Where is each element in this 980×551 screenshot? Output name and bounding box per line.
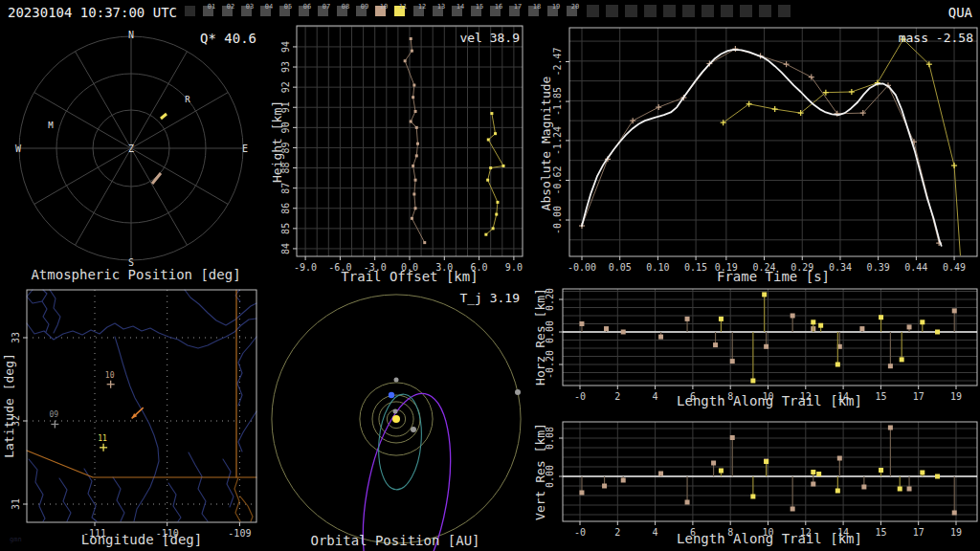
timestamp: 20230104 10:37:00 UTC: [8, 5, 177, 20]
station-box-blank[interactable]: [682, 5, 695, 17]
meteor-dashboard: 0102030405060708091011121314151617181920…: [0, 0, 980, 551]
station-box-blank[interactable]: [759, 5, 771, 17]
station-box-blank[interactable]: [587, 5, 599, 17]
shower-code: QUA: [948, 5, 972, 20]
svg-text:W: W: [15, 143, 22, 154]
svg-text:17: 17: [913, 527, 924, 538]
svg-text:89: 89: [280, 142, 291, 153]
plots-canvas: 0102030405060708091011121314151617181920…: [0, 0, 980, 551]
svg-text:90: 90: [280, 121, 291, 133]
svg-text:-0.20: -0.20: [545, 350, 555, 379]
svg-text:91: 91: [280, 101, 291, 113]
horz-res-plot: -024681012141517190.200.00-0.20: [545, 288, 977, 402]
svg-text:93: 93: [280, 61, 291, 73]
svg-text:0.15: 0.15: [684, 262, 707, 273]
svg-text:85: 85: [280, 223, 291, 234]
svg-text:-2.47: -2.47: [552, 47, 563, 76]
svg-text:-6.0: -6.0: [328, 262, 351, 273]
svg-text:-0: -0: [574, 391, 586, 402]
svg-text:0.00: 0.00: [545, 465, 555, 488]
station-box-blank[interactable]: [702, 5, 714, 17]
svg-text:9.0: 9.0: [505, 262, 523, 273]
svg-text:0.49: 0.49: [943, 262, 966, 273]
svg-text:-0.00: -0.00: [568, 262, 596, 273]
svg-text:0.34: 0.34: [829, 262, 852, 273]
svg-text:0.19: 0.19: [715, 262, 738, 273]
svg-text:19: 19: [950, 391, 962, 402]
meteor-orbit-ellipse: [349, 386, 465, 551]
svg-text:6: 6: [690, 391, 696, 402]
svg-text:-1.85: -1.85: [552, 87, 563, 116]
svg-text:15: 15: [875, 391, 886, 402]
svg-text:87: 87: [280, 183, 291, 194]
venus-dot: [411, 427, 416, 432]
station-box-blank[interactable]: [185, 6, 195, 16]
svg-text:N: N: [128, 30, 134, 40]
station-strip: 0102030405060708091011121314151617181920: [185, 3, 791, 17]
svg-text:10: 10: [105, 371, 115, 380]
svg-text:6.0: 6.0: [471, 262, 488, 273]
svg-text:6: 6: [690, 527, 696, 538]
mercury-dot: [393, 409, 398, 414]
svg-text:-109: -109: [228, 528, 251, 539]
svg-text:88: 88: [280, 163, 291, 174]
svg-text:17: 17: [913, 391, 924, 402]
svg-text:12: 12: [418, 3, 426, 11]
svg-text:0.44: 0.44: [904, 262, 927, 273]
svg-text:4: 4: [653, 391, 658, 402]
svg-text:94: 94: [280, 41, 291, 53]
svg-text:-0.00: -0.00: [552, 206, 563, 234]
svg-text:0.0: 0.0: [401, 262, 418, 273]
svg-text:33: 33: [11, 332, 21, 343]
svg-text:10: 10: [380, 3, 388, 11]
svg-text:12: 12: [800, 527, 812, 538]
svg-text:0.00: 0.00: [545, 320, 555, 343]
station-box-blank[interactable]: [721, 5, 733, 17]
svg-text:-1.24: -1.24: [552, 126, 563, 155]
svg-text:09: 09: [50, 410, 59, 419]
orbital-position-plot: [272, 295, 521, 551]
station-box-blank[interactable]: [740, 5, 752, 17]
svg-text:02: 02: [227, 3, 234, 11]
svg-text:05: 05: [284, 3, 292, 11]
svg-text:0.05: 0.05: [609, 262, 632, 273]
svg-text:M: M: [48, 121, 54, 130]
svg-text:92: 92: [280, 81, 291, 93]
station-box-blank[interactable]: [625, 5, 637, 17]
station-box-blank[interactable]: [644, 5, 657, 17]
svg-text:-110: -110: [156, 528, 179, 539]
svg-text:84: 84: [280, 243, 291, 254]
svg-text:Z: Z: [128, 143, 134, 154]
svg-text:09: 09: [361, 3, 368, 11]
svg-text:0.24: 0.24: [753, 262, 776, 273]
svg-text:14: 14: [837, 391, 849, 402]
svg-text:86: 86: [280, 203, 291, 214]
svg-text:-0.62: -0.62: [552, 165, 563, 194]
svg-text:16: 16: [495, 3, 502, 11]
height-trail-offset-plot: -9.0-6.0-3.00.03.06.09.08485868788899091…: [280, 26, 523, 273]
sun-dot: [392, 415, 400, 423]
svg-text:8: 8: [727, 527, 733, 538]
station-box-blank[interactable]: [778, 5, 791, 17]
svg-text:32: 32: [11, 415, 21, 427]
svg-text:31: 31: [11, 498, 21, 510]
svg-text:14: 14: [837, 527, 849, 538]
mars-dot: [394, 378, 399, 383]
svg-text:2: 2: [614, 527, 620, 538]
svg-text:R: R: [185, 95, 190, 104]
svg-text:19: 19: [552, 3, 560, 11]
svg-text:18: 18: [533, 3, 541, 11]
station-box-blank[interactable]: [606, 5, 618, 17]
svg-text:-0: -0: [574, 527, 586, 538]
svg-text:2: 2: [614, 391, 620, 402]
svg-text:-111: -111: [83, 528, 106, 539]
atmospheric-position-plot: NSEWZRM: [15, 30, 248, 268]
svg-text:15: 15: [875, 527, 886, 538]
svg-text:-3.0: -3.0: [364, 262, 387, 273]
svg-text:E: E: [242, 143, 248, 154]
svg-text:11: 11: [98, 434, 107, 443]
svg-text:04: 04: [265, 3, 273, 11]
station-box-blank[interactable]: [663, 5, 676, 17]
svg-text:10: 10: [762, 391, 773, 402]
svg-text:06: 06: [303, 3, 311, 11]
